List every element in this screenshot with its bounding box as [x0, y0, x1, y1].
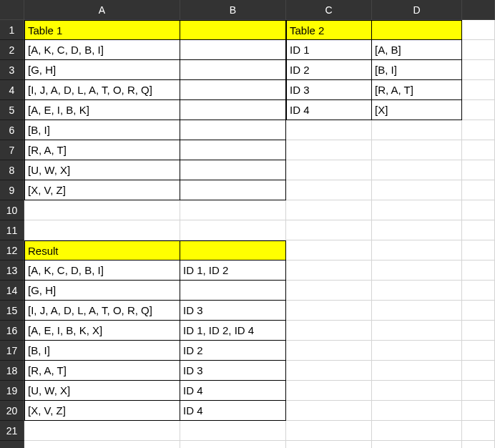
cell-C14[interactable]: [286, 281, 372, 301]
row-header-22[interactable]: [0, 441, 24, 448]
row-header-9[interactable]: 9: [0, 180, 24, 200]
cell-E7[interactable]: [462, 140, 495, 160]
cell-B21[interactable]: [180, 421, 286, 441]
cell-C11[interactable]: [286, 220, 372, 240]
cell-A16[interactable]: [A, E, I, B, K, X]: [24, 321, 180, 341]
col-header-A[interactable]: A: [24, 0, 180, 20]
cell-E2[interactable]: [462, 40, 495, 60]
cell-A7[interactable]: [R, A, T]: [24, 140, 180, 160]
cell-D5[interactable]: [X]: [372, 100, 462, 120]
row-header-19[interactable]: 19: [0, 381, 24, 401]
cell-B6[interactable]: [180, 120, 286, 140]
cell-A6[interactable]: [B, I]: [24, 120, 180, 140]
cell-D19[interactable]: [372, 381, 462, 401]
cell-C5[interactable]: ID 4: [286, 100, 372, 120]
cell-E22[interactable]: [462, 441, 495, 448]
row-header-1[interactable]: 1: [0, 20, 24, 40]
cell-C20[interactable]: [286, 401, 372, 421]
cell-C15[interactable]: [286, 301, 372, 321]
cell-B18[interactable]: ID 3: [180, 361, 286, 381]
cell-C17[interactable]: [286, 341, 372, 361]
cell-A21[interactable]: [24, 421, 180, 441]
cell-A18[interactable]: [R, A, T]: [24, 361, 180, 381]
cell-C9[interactable]: [286, 180, 372, 200]
row-header-6[interactable]: 6: [0, 120, 24, 140]
cell-B22[interactable]: [180, 441, 286, 448]
cell-D18[interactable]: [372, 361, 462, 381]
cell-E12[interactable]: [462, 240, 495, 260]
row-header-20[interactable]: 20: [0, 401, 24, 421]
col-header-[interactable]: [462, 0, 495, 20]
cell-C6[interactable]: [286, 120, 372, 140]
cell-B17[interactable]: ID 2: [180, 341, 286, 361]
cell-E1[interactable]: [462, 20, 495, 40]
cell-B7[interactable]: [180, 140, 286, 160]
row-header-12[interactable]: 12: [0, 240, 24, 260]
cell-C7[interactable]: [286, 140, 372, 160]
cell-D8[interactable]: [372, 160, 462, 180]
cell-E19[interactable]: [462, 381, 495, 401]
cell-E6[interactable]: [462, 120, 495, 140]
cell-A13[interactable]: [A, K, C, D, B, I]: [24, 260, 180, 281]
cell-A20[interactable]: [X, V, Z]: [24, 401, 180, 421]
cell-B2[interactable]: [180, 40, 286, 60]
cell-E15[interactable]: [462, 301, 495, 321]
cell-D11[interactable]: [372, 220, 462, 240]
cell-A8[interactable]: [U, W, X]: [24, 160, 180, 180]
cell-D17[interactable]: [372, 341, 462, 361]
cell-A1[interactable]: Table 1: [24, 20, 180, 40]
cell-D2[interactable]: [A, B]: [372, 40, 462, 60]
cell-B15[interactable]: ID 3: [180, 301, 286, 321]
cell-A17[interactable]: [B, I]: [24, 341, 180, 361]
cell-A12[interactable]: Result: [24, 240, 180, 260]
cell-B1[interactable]: [180, 20, 286, 40]
cell-B4[interactable]: [180, 80, 286, 100]
cell-A5[interactable]: [A, E, I, B, K]: [24, 100, 180, 120]
cell-D15[interactable]: [372, 301, 462, 321]
cell-D9[interactable]: [372, 180, 462, 200]
cell-E18[interactable]: [462, 361, 495, 381]
cell-C19[interactable]: [286, 381, 372, 401]
cell-D7[interactable]: [372, 140, 462, 160]
cell-E8[interactable]: [462, 160, 495, 180]
cell-C16[interactable]: [286, 321, 372, 341]
cell-A4[interactable]: [I, J, A, D, L, A, T, O, R, Q]: [24, 80, 180, 100]
cell-B11[interactable]: [180, 220, 286, 240]
row-header-11[interactable]: 11: [0, 220, 24, 240]
cell-B9[interactable]: [180, 180, 286, 200]
cell-E13[interactable]: [462, 260, 495, 281]
cell-D12[interactable]: [372, 240, 462, 260]
cell-C8[interactable]: [286, 160, 372, 180]
cell-E20[interactable]: [462, 401, 495, 421]
row-header-14[interactable]: 14: [0, 281, 24, 301]
col-header-C[interactable]: C: [286, 0, 372, 20]
cell-E21[interactable]: [462, 421, 495, 441]
cell-D6[interactable]: [372, 120, 462, 140]
select-all-corner[interactable]: [0, 0, 24, 20]
cell-C3[interactable]: ID 2: [286, 60, 372, 80]
col-header-B[interactable]: B: [180, 0, 286, 20]
row-header-15[interactable]: 15: [0, 301, 24, 321]
cell-B20[interactable]: ID 4: [180, 401, 286, 421]
row-header-17[interactable]: 17: [0, 341, 24, 361]
cell-D14[interactable]: [372, 281, 462, 301]
cell-E17[interactable]: [462, 341, 495, 361]
cell-B16[interactable]: ID 1, ID 2, ID 4: [180, 321, 286, 341]
cell-E9[interactable]: [462, 180, 495, 200]
row-header-3[interactable]: 3: [0, 60, 24, 80]
cell-B3[interactable]: [180, 60, 286, 80]
cell-A10[interactable]: [24, 200, 180, 220]
row-header-2[interactable]: 2: [0, 40, 24, 60]
cell-A11[interactable]: [24, 220, 180, 240]
row-header-5[interactable]: 5: [0, 100, 24, 120]
cell-A14[interactable]: [G, H]: [24, 281, 180, 301]
cell-D21[interactable]: [372, 421, 462, 441]
row-header-7[interactable]: 7: [0, 140, 24, 160]
cell-A2[interactable]: [A, K, C, D, B, I]: [24, 40, 180, 60]
row-header-4[interactable]: 4: [0, 80, 24, 100]
cell-E3[interactable]: [462, 60, 495, 80]
cell-E5[interactable]: [462, 100, 495, 120]
cell-E11[interactable]: [462, 220, 495, 240]
cell-A3[interactable]: [G, H]: [24, 60, 180, 80]
cell-D3[interactable]: [B, I]: [372, 60, 462, 80]
